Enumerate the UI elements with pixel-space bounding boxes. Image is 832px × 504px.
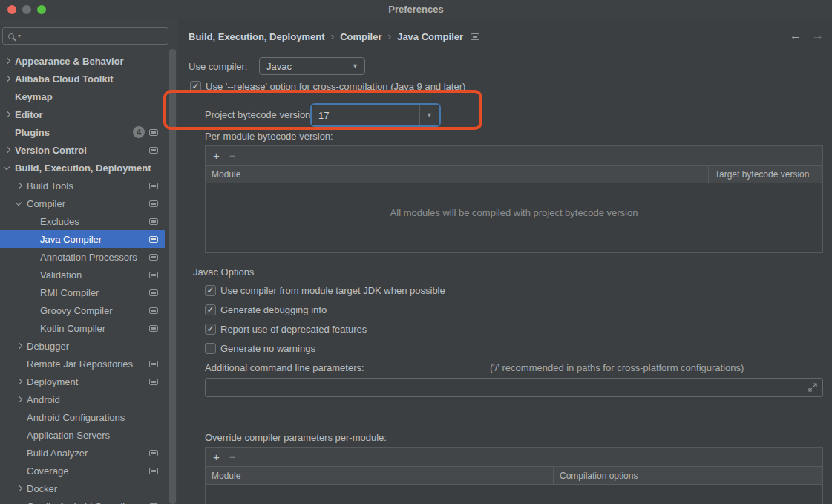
chevron-slot xyxy=(4,148,15,152)
expand-icon[interactable] xyxy=(808,383,817,392)
checkbox-report-use-of-deprecated-features[interactable] xyxy=(205,324,216,335)
sidebar-item-build-analyzer[interactable]: Build Analyzer xyxy=(0,444,165,462)
project-bytecode-combobox[interactable]: 17 ▼ xyxy=(312,105,439,125)
breadcrumb-item[interactable]: Compiler xyxy=(340,31,381,42)
table-toolbar: + − xyxy=(206,146,822,166)
sidebar-item-label: Android xyxy=(27,394,60,405)
sidebar-item-build-execution-deployment[interactable]: Build, Execution, Deployment xyxy=(0,159,165,177)
chevron-right-icon[interactable] xyxy=(16,396,22,402)
chevron-right-icon[interactable] xyxy=(16,485,22,491)
search-icon xyxy=(8,33,14,39)
chevron-right-icon[interactable] xyxy=(16,379,22,384)
chevron-right-icon[interactable] xyxy=(16,183,22,189)
sidebar-item-keymap[interactable]: Keymap xyxy=(0,88,165,105)
sidebar-item-appearance-behavior[interactable]: Appearance & Behavior xyxy=(0,52,165,70)
chevron-right-icon[interactable] xyxy=(4,76,10,82)
checkbox-generate-no-warnings[interactable] xyxy=(205,343,216,354)
chevron-right-icon[interactable] xyxy=(4,147,10,153)
tree-settings-icon xyxy=(149,272,158,278)
sidebar-item-remote-jar-repositories[interactable]: Remote Jar Repositories xyxy=(0,355,165,373)
option-row-report-use-of-deprecated-features: Report use of deprecated features xyxy=(205,319,445,338)
sidebar-scrollbar[interactable] xyxy=(169,49,176,504)
sidebar-item-build-tools[interactable]: Build Tools xyxy=(0,177,165,194)
sidebar-item-label: Excludes xyxy=(40,216,79,227)
breadcrumb-item[interactable]: Build, Execution, Deployment xyxy=(189,31,324,42)
per-module-bytecode-table: + − Module Target bytecode version All m… xyxy=(205,145,823,253)
column-header-target-bytecode[interactable]: Target bytecode version xyxy=(709,166,822,183)
sidebar-item-editor[interactable]: Editor xyxy=(0,105,165,123)
sidebar-item-label: Keymap xyxy=(15,91,53,102)
sidebar-item-application-servers[interactable]: Application Servers xyxy=(0,426,165,444)
option-row-generate-debugging-info: Generate debugging info xyxy=(205,300,445,319)
settings-search-input[interactable]: ▾ xyxy=(2,27,168,45)
sidebar-item-java-compiler[interactable]: Java Compiler xyxy=(0,230,165,248)
settings-content: Build, Execution, Deployment › Compiler … xyxy=(178,19,832,504)
table-body[interactable]: All modules will be compiled with projec… xyxy=(206,183,822,252)
sidebar-item-label: Remote Jar Repositories xyxy=(27,359,133,370)
column-header-module[interactable]: Module xyxy=(206,166,709,183)
checkbox-label: Generate no warnings xyxy=(220,343,315,354)
table-body[interactable] xyxy=(206,485,822,504)
sidebar-item-android[interactable]: Android xyxy=(0,390,165,408)
sidebar-item-coverage[interactable]: Coverage xyxy=(0,462,165,480)
search-options-icon[interactable]: ▾ xyxy=(18,33,21,39)
breadcrumb-separator: › xyxy=(387,30,391,42)
sidebar-item-debugger[interactable]: Debugger xyxy=(0,337,165,355)
sidebar-item-gradle-android-compiler[interactable]: Gradle-Android Compiler xyxy=(0,497,165,504)
chevron-down-icon[interactable]: ▼ xyxy=(419,105,439,125)
sidebar-item-docker[interactable]: Docker xyxy=(0,480,165,497)
chevron-slot xyxy=(16,183,27,188)
sidebar-item-deployment[interactable]: Deployment xyxy=(0,373,165,390)
sidebar-item-label: Groovy Compiler xyxy=(40,305,113,316)
breadcrumb-item[interactable]: Java Compiler xyxy=(397,31,463,42)
sidebar-item-annotation-processors[interactable]: Annotation Processors xyxy=(0,248,165,266)
additional-params-input[interactable] xyxy=(205,378,823,397)
sidebar-item-validation[interactable]: Validation xyxy=(0,266,165,284)
table-header: Module Target bytecode version xyxy=(206,166,822,183)
tree-settings-icon xyxy=(149,468,158,474)
add-icon[interactable]: + xyxy=(213,150,220,161)
tree-settings-icon xyxy=(149,325,158,332)
sidebar-item-label: Docker xyxy=(27,483,57,494)
override-params-table: + − Module Compilation options xyxy=(205,447,823,504)
chevron-down-icon[interactable] xyxy=(16,199,22,205)
settings-tree: Appearance & BehaviorAlibaba Cloud Toolk… xyxy=(0,52,168,504)
project-bytecode-value: 17 xyxy=(318,110,329,121)
checkbox-label: Generate debugging info xyxy=(220,304,327,315)
checkbox-label: Report use of deprecated features xyxy=(220,324,367,335)
chevron-slot xyxy=(4,76,15,81)
sidebar-item-version-control[interactable]: Version Control xyxy=(0,141,165,159)
remove-icon[interactable]: − xyxy=(229,451,236,462)
sidebar-item-alibaba-cloud-toolkit[interactable]: Alibaba Cloud Toolkit xyxy=(0,70,165,88)
override-params-label: Override compiler parameters per-module: xyxy=(205,432,387,443)
column-header-compilation-options[interactable]: Compilation options xyxy=(554,467,822,484)
chevron-right-icon[interactable] xyxy=(4,111,10,117)
checkbox-generate-debugging-info[interactable] xyxy=(205,304,216,315)
add-icon[interactable]: + xyxy=(213,451,220,462)
sidebar-item-android-configurations[interactable]: Android Configurations xyxy=(0,408,165,426)
remove-icon[interactable]: − xyxy=(229,150,236,161)
per-module-label: Per-module bytecode version: xyxy=(205,131,333,142)
chevron-right-icon[interactable] xyxy=(16,343,22,349)
sidebar-item-plugins[interactable]: Plugins4 xyxy=(0,123,165,141)
chevron-down-icon[interactable] xyxy=(4,163,10,169)
back-arrow-icon[interactable]: ← xyxy=(790,29,802,42)
chevron-slot xyxy=(16,344,27,348)
tree-settings-icon xyxy=(471,33,479,40)
checkbox-use-compiler-from-module-target-jdk-when-possible[interactable] xyxy=(205,285,216,296)
sidebar-item-rmi-compiler[interactable]: RMI Compiler xyxy=(0,284,165,301)
release-checkbox[interactable] xyxy=(190,81,201,92)
sidebar-item-label: Build, Execution, Deployment xyxy=(15,163,151,174)
sidebar-item-label: Build Analyzer xyxy=(27,448,88,459)
sidebar-item-groovy-compiler[interactable]: Groovy Compiler xyxy=(0,301,165,319)
project-bytecode-label: Project bytecode version: xyxy=(205,109,313,120)
tree-settings-icon xyxy=(149,200,158,207)
chevron-right-icon[interactable] xyxy=(4,58,10,64)
use-compiler-select[interactable]: Javac ▼ xyxy=(259,57,365,75)
tree-settings-icon xyxy=(149,379,158,385)
column-header-module[interactable]: Module xyxy=(206,467,554,484)
sidebar-item-excludes[interactable]: Excludes xyxy=(0,212,165,230)
sidebar-item-kotlin-compiler[interactable]: Kotlin Compiler xyxy=(0,319,165,337)
sidebar-item-compiler[interactable]: Compiler xyxy=(0,194,165,212)
window-title: Preferences xyxy=(0,4,832,15)
